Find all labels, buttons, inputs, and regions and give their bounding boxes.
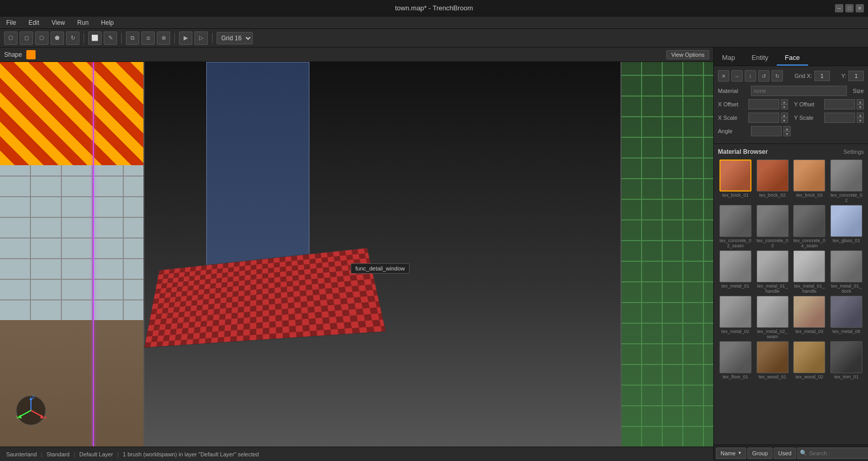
mb-settings-button[interactable]: Settings (843, 149, 864, 155)
maximize-button[interactable]: □ (845, 4, 854, 12)
size-label: Size (853, 88, 864, 94)
tool-rotate[interactable]: ↻ (66, 31, 79, 45)
material-item[interactable]: tex_metal_08 (829, 296, 864, 339)
axes-widget: Z X Y (15, 395, 46, 426)
offset-row: X Offset 0 ▲ ▼ Y Offset 0 ▲ ▼ (718, 99, 864, 109)
uv-flip-h-button[interactable]: ↔ (731, 70, 743, 82)
angle-down[interactable]: ▼ (783, 131, 791, 136)
used-sort-button[interactable]: Used (774, 448, 796, 459)
y-offset-down[interactable]: ▼ (857, 104, 864, 109)
face-panel: ✕ ↔ ↕ ↺ ↻ Grid X: Y: Material Size (714, 66, 868, 461)
x-scale-spinner: ▲ ▼ (781, 113, 788, 123)
uv-flip-v-button[interactable]: ↕ (745, 70, 756, 82)
tool-run[interactable]: ▷ (194, 31, 208, 45)
material-item[interactable]: tex_metal_03 (792, 296, 827, 339)
menu-file[interactable]: File (4, 18, 18, 27)
x-offset-input[interactable]: 0 (748, 99, 779, 109)
tool-compile[interactable]: ▶ (179, 31, 192, 45)
status-map: Saunterland (6, 451, 37, 457)
search-icon: 🔍 (800, 450, 807, 456)
material-input[interactable] (751, 86, 847, 96)
tab-map[interactable]: Map (714, 51, 743, 66)
tool-paint[interactable]: ✎ (104, 31, 117, 45)
main-area: Shape View Options (0, 47, 868, 461)
material-item[interactable]: tex_metal_02_seam (755, 296, 790, 339)
close-button[interactable]: ✕ (856, 4, 864, 12)
scale-row: X Scale 0.25 ▲ ▼ Y Scale 0.25 ▲ ▼ (718, 113, 864, 123)
building-left (0, 62, 144, 447)
menu-run[interactable]: Run (75, 18, 91, 27)
statusbar: Saunterland | Standard | Default Layer |… (0, 447, 713, 461)
grid-x-input[interactable] (814, 71, 830, 81)
search-input[interactable] (809, 450, 868, 456)
material-item[interactable]: tex_concrete_04_seam (792, 205, 827, 248)
uv-reset-button[interactable]: ✕ (718, 70, 729, 82)
material-item[interactable]: tex_brick_01 (718, 160, 753, 203)
y-offset-up[interactable]: ▲ (857, 99, 864, 104)
window-controls: ─ □ ✕ (835, 4, 864, 12)
tool-clip[interactable]: ⬡ (35, 31, 48, 45)
tool-vertex[interactable]: ⬟ (51, 31, 64, 45)
building-right (620, 62, 713, 447)
tool-copy[interactable]: ⧉ (126, 31, 139, 45)
uv-rotate-ccw-button[interactable]: ↺ (758, 70, 769, 82)
grid-select[interactable]: Grid 16 Grid 1 Grid 2 Grid 4 Grid 8 Grid… (217, 32, 253, 44)
tool-paste[interactable]: ⧈ (141, 31, 155, 45)
material-item[interactable]: tex_metal_02 (718, 296, 753, 339)
tool-brush[interactable]: ◻ (20, 31, 33, 45)
tool-delete[interactable]: ⊗ (157, 31, 170, 45)
y-scale-input[interactable]: 0.25 (824, 113, 855, 123)
menubar: File Edit View Run Help (0, 17, 868, 29)
material-item[interactable]: tex_metal_01_handle (755, 250, 790, 294)
material-item[interactable]: tex_concrete_03 (755, 205, 790, 248)
y-scale-spinner: ▲ ▼ (857, 113, 864, 123)
material-item[interactable]: tex_concrete_02 (829, 160, 864, 203)
material-item[interactable]: tex_wood_02 (792, 341, 827, 379)
minimize-button[interactable]: ─ (835, 4, 843, 12)
x-offset-up[interactable]: ▲ (781, 99, 788, 104)
material-item[interactable]: tex_metal_01_dock (829, 250, 864, 294)
group-sort-button[interactable]: Group (747, 448, 773, 459)
material-item[interactable]: tex_brick_03 (792, 160, 827, 203)
y-scale-label: Y Scale (794, 115, 823, 121)
x-scale-input[interactable]: 0.25 (748, 113, 779, 123)
search-container: 🔍 (797, 448, 868, 459)
shape-icon (26, 50, 36, 59)
grid-y-input[interactable] (848, 71, 864, 81)
material-item[interactable]: tex_wood_01 (755, 341, 790, 379)
y-scale-down[interactable]: ▼ (857, 118, 864, 123)
material-item[interactable]: tex_floor_01 (718, 341, 753, 379)
menu-edit[interactable]: Edit (26, 18, 41, 27)
toolbar-sep-2 (121, 33, 122, 43)
tool-select[interactable]: ⬡ (4, 31, 18, 45)
material-item[interactable]: tex_brick_02 (755, 160, 790, 203)
viewport-panel: Shape View Options (0, 47, 713, 461)
material-item[interactable]: tex_trim_01 (829, 341, 864, 379)
material-item[interactable]: tex_glass_01 (829, 205, 864, 248)
y-scale-up[interactable]: ▲ (857, 113, 864, 118)
material-item[interactable]: tex_metal_01_handle (792, 250, 827, 294)
material-browser: Material Browser Settings tex_brick_01te… (714, 144, 868, 444)
viewport-3d[interactable]: func_detail_window Z X (0, 62, 713, 447)
x-scale-up[interactable]: ▲ (781, 113, 788, 118)
shape-bar: Shape View Options (0, 47, 713, 62)
menu-view[interactable]: View (50, 18, 67, 27)
angle-up[interactable]: ▲ (783, 126, 791, 131)
tab-entity[interactable]: Entity (743, 51, 777, 66)
angle-input[interactable]: 0 (751, 126, 782, 136)
x-scale-down[interactable]: ▼ (781, 118, 788, 123)
material-item[interactable]: tex_metal_01 (718, 250, 753, 294)
y-offset-input[interactable]: 0 (824, 99, 855, 109)
x-offset-down[interactable]: ▼ (781, 104, 788, 109)
material-item[interactable]: tex_concrete_02_seam (718, 205, 753, 248)
toolbar: ⬡ ◻ ⬡ ⬟ ↻ ⬜ ✎ ⧉ ⧈ ⊗ ▶ ▷ Grid 16 Grid 1 G… (0, 29, 868, 47)
view-options-button[interactable]: View Options (666, 50, 709, 59)
menu-help[interactable]: Help (99, 18, 116, 27)
uv-toolbar: ✕ ↔ ↕ ↺ ↻ Grid X: Y: (718, 70, 864, 82)
tool-face[interactable]: ⬜ (88, 31, 102, 45)
uv-controls: ✕ ↔ ↕ ↺ ↻ Grid X: Y: Material Size (714, 66, 868, 144)
name-sort-button[interactable]: Name ▼ (716, 448, 746, 459)
svg-text:X: X (44, 415, 46, 420)
uv-rotate-cw-button[interactable]: ↻ (772, 70, 783, 82)
tab-face[interactable]: Face (777, 51, 808, 66)
